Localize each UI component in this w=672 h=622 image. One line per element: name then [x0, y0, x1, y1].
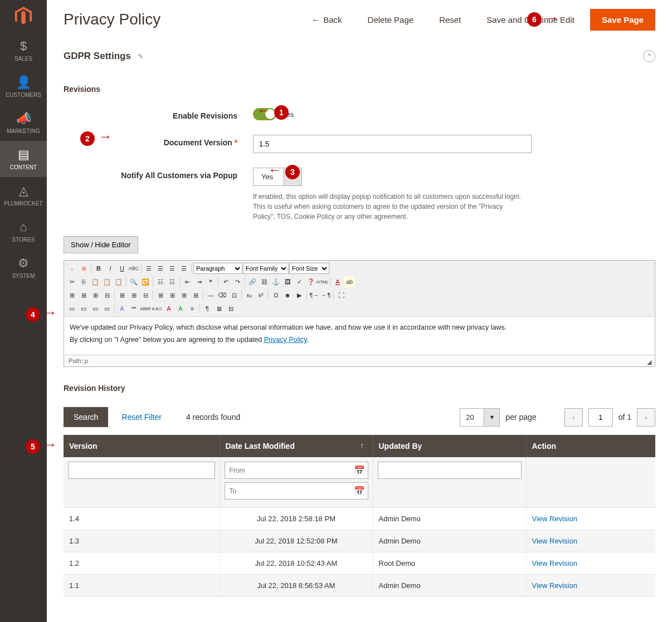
back-button[interactable]: ← Back	[301, 11, 352, 29]
save-page-button[interactable]: Save Page	[590, 9, 655, 31]
pencil-icon[interactable]: ✎	[138, 52, 144, 61]
tb-charmap-icon[interactable]: Ω	[270, 290, 281, 301]
page-input[interactable]	[588, 408, 613, 427]
tb-align-justify-icon[interactable]: ☰	[178, 263, 189, 274]
tb-visualchars-icon[interactable]: ¶	[202, 303, 213, 314]
tb-emoticon-icon[interactable]: ☻	[282, 290, 293, 301]
next-page-button[interactable]: ›	[637, 408, 655, 427]
tb-image-icon[interactable]: 🖼	[282, 276, 293, 287]
view-revision-link[interactable]: View Revision	[532, 515, 577, 523]
col-version[interactable]: Version	[64, 435, 220, 457]
tb-replace-icon[interactable]: 🔁	[140, 276, 151, 287]
tb-rtl-icon[interactable]: ←¶	[320, 290, 332, 301]
tb-blockquote-icon[interactable]: ❝	[205, 276, 216, 287]
tb-format-select[interactable]: Paragraph	[193, 263, 242, 274]
tb-paste-icon[interactable]: 📋	[90, 276, 101, 287]
tb-nonbreaking-icon[interactable]: ⊠	[213, 303, 225, 314]
doc-version-input[interactable]	[253, 135, 532, 153]
tb-cut-icon[interactable]: ✂	[66, 276, 77, 287]
tb-align-center-icon[interactable]: ☰	[155, 263, 166, 274]
privacy-policy-link[interactable]: Privacy Policy	[264, 336, 307, 344]
prev-page-button[interactable]: ‹	[564, 408, 583, 427]
per-page-select[interactable]: 20 ▼	[460, 408, 500, 427]
tb-absolute-icon[interactable]: ▭	[101, 303, 113, 314]
filter-version-input[interactable]	[68, 462, 215, 479]
nav-stores[interactable]: ⌂ STORES	[0, 213, 47, 249]
tb-link-icon[interactable]: 🔗	[247, 276, 258, 287]
nav-system[interactable]: ⚙ SYSTEM	[0, 249, 47, 286]
tb-pagebreak-icon[interactable]: ⊟	[225, 303, 236, 314]
resize-handle-icon[interactable]: ◢	[647, 359, 655, 366]
tb-split-cells-icon[interactable]: ⊞	[155, 290, 166, 301]
tb-moveforward-icon[interactable]: ▭	[78, 303, 89, 314]
nav-marketing[interactable]: 📣 MARKETING	[0, 105, 47, 141]
tb-layer-icon[interactable]: ▭	[66, 303, 77, 314]
tb-underline-icon[interactable]: U	[116, 263, 128, 274]
tb-attribs-icon[interactable]: ≡	[187, 303, 198, 314]
tb-paste-word-icon[interactable]: 📋	[113, 276, 124, 287]
tb-cleanup-icon[interactable]: ✓	[294, 276, 305, 287]
tb-row-props-icon[interactable]: ⊞	[178, 290, 189, 301]
view-revision-link[interactable]: View Revision	[532, 537, 577, 545]
tb-outdent-icon[interactable]: ⇤	[182, 276, 193, 287]
tb-fullscreen-icon[interactable]: ⛶	[335, 290, 347, 301]
tb-fontfamily-select[interactable]: Font Family	[243, 263, 289, 274]
tb-movebackward-icon[interactable]: ▭	[90, 303, 101, 314]
tb-subscript-icon[interactable]: x₂	[244, 290, 255, 301]
tb-col-before-icon[interactable]: ⊞	[116, 290, 128, 301]
calendar-icon[interactable]: 📅	[354, 465, 365, 476]
tb-visual-aid-icon[interactable]: ⊡	[228, 290, 240, 301]
tb-row-before-icon[interactable]: ⊞	[78, 290, 89, 301]
tb-superscript-icon[interactable]: x²	[255, 290, 266, 301]
tb-table-icon[interactable]: ⊞	[66, 290, 77, 301]
tb-cell-props-icon[interactable]: ⊞	[190, 290, 201, 301]
tb-row-after-icon[interactable]: ⊞	[90, 290, 101, 301]
tb-find-icon[interactable]: 🔍	[128, 276, 139, 287]
tb-media-icon[interactable]: ▶	[294, 290, 305, 301]
tb-delete-col-icon[interactable]: ⊟	[140, 290, 151, 301]
nav-content[interactable]: ▤ CONTENT	[0, 141, 47, 177]
tb-copy-icon[interactable]: ⎘	[78, 276, 89, 287]
tb-styleprops-icon[interactable]: A	[116, 303, 128, 314]
tb-paste-text-icon[interactable]: 📋	[101, 276, 113, 287]
tb-strike-icon[interactable]: ABC	[128, 263, 139, 274]
tb-acronym-icon[interactable]: A.B.C	[152, 303, 163, 314]
tb-html-icon[interactable]: HTML	[317, 276, 328, 287]
tb-del-icon[interactable]: A	[163, 303, 174, 314]
tb-bold-icon[interactable]: B	[93, 263, 104, 274]
collapse-toggle[interactable]: ⌃	[643, 50, 655, 62]
view-revision-link[interactable]: View Revision	[532, 581, 577, 590]
tb-ltr-icon[interactable]: ¶→	[309, 290, 320, 301]
filter-date-to-input[interactable]	[225, 482, 368, 499]
tb-magento-icon[interactable]: ⬨	[66, 263, 77, 274]
tb-help-icon[interactable]: ❓	[305, 276, 316, 287]
tb-forecolor-icon[interactable]: A	[332, 276, 343, 287]
magento-logo[interactable]	[0, 0, 47, 32]
tb-fontsize-select[interactable]: Font Size	[289, 263, 329, 274]
search-button[interactable]: Search	[64, 407, 108, 427]
nav-plumrocket[interactable]: ◬ PLUMROCKET	[0, 177, 47, 213]
reset-button[interactable]: Reset	[429, 11, 471, 29]
reset-filter-link[interactable]: Reset Filter	[121, 413, 162, 422]
tb-cite-icon[interactable]: ❝❝	[128, 303, 139, 314]
filter-updated-by-input[interactable]	[378, 462, 522, 479]
tb-anchor-icon[interactable]: ⚓	[270, 276, 281, 287]
tb-unlink-icon[interactable]: ⛓	[259, 276, 270, 287]
tb-align-right-icon[interactable]: ☰	[167, 263, 178, 274]
tb-merge-cells-icon[interactable]: ⊞	[167, 290, 178, 301]
tb-delete-row-icon[interactable]: ⊟	[101, 290, 113, 301]
tb-number-list-icon[interactable]: ☷	[167, 276, 178, 287]
tb-italic-icon[interactable]: I	[105, 263, 116, 274]
nav-customers[interactable]: 👤 CUSTOMERS	[0, 68, 47, 105]
filter-date-from-input[interactable]	[225, 462, 368, 479]
view-revision-link[interactable]: View Revision	[532, 559, 577, 567]
tb-widget-icon[interactable]: ⊕	[78, 263, 89, 274]
tb-abbr-icon[interactable]: ABBR	[140, 303, 151, 314]
calendar-icon[interactable]: 📅	[354, 486, 365, 496]
nav-sales[interactable]: $ SALES	[0, 32, 47, 68]
tb-remove-format-icon[interactable]: ⌫	[217, 290, 228, 301]
tb-bullet-list-icon[interactable]: ☷	[155, 276, 166, 287]
tb-redo-icon[interactable]: ↷	[232, 276, 243, 287]
tb-ins-icon[interactable]: A	[175, 303, 186, 314]
col-updated-by[interactable]: Updated By	[373, 435, 526, 457]
